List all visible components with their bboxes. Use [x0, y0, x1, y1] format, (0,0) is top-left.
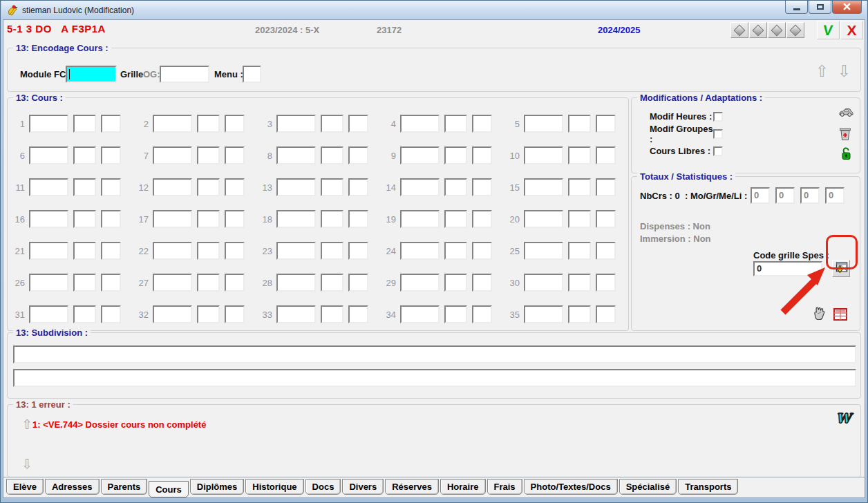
tab-horaire[interactable]: Horaire — [440, 479, 486, 495]
course-hours-input[interactable] — [568, 115, 591, 133]
course-code-input[interactable] — [29, 178, 68, 196]
nav-first-button[interactable] — [730, 22, 748, 38]
course-hours-input[interactable] — [444, 146, 467, 164]
nav-last-button[interactable] — [786, 22, 804, 38]
course-code-input[interactable] — [153, 115, 192, 133]
course-group-input[interactable] — [472, 242, 492, 260]
car-icon[interactable] — [838, 108, 853, 117]
w-icon[interactable]: W — [836, 410, 851, 426]
nav-previous-button[interactable] — [749, 22, 767, 38]
course-code-input[interactable] — [400, 274, 440, 292]
arrow-down-icon[interactable]: ⇩ — [838, 64, 851, 79]
stat-box-input[interactable]: 0 — [825, 187, 845, 204]
course-group-input[interactable] — [348, 242, 368, 260]
course-code-input[interactable] — [400, 210, 440, 228]
course-group-input[interactable] — [101, 178, 121, 196]
course-group-input[interactable] — [348, 178, 368, 196]
course-code-input[interactable] — [153, 274, 192, 292]
lock-icon[interactable] — [840, 146, 851, 160]
course-code-input[interactable] — [29, 242, 68, 260]
stat-box-input[interactable]: 0 — [775, 187, 795, 204]
tab-dipl-mes[interactable]: Diplômes — [190, 479, 245, 495]
course-hours-input[interactable] — [568, 305, 591, 323]
arrow-up-icon[interactable]: ⇧ — [815, 64, 829, 79]
course-code-input[interactable] — [276, 146, 316, 164]
course-group-input[interactable] — [101, 305, 121, 323]
course-hours-input[interactable] — [321, 115, 343, 133]
course-code-input[interactable] — [29, 146, 68, 164]
tab-sp-cialis-[interactable]: Spécialisé — [619, 479, 677, 495]
course-code-input[interactable] — [524, 242, 563, 260]
close-button[interactable] — [832, 1, 862, 14]
course-hours-input[interactable] — [568, 242, 591, 260]
course-group-input[interactable] — [225, 274, 245, 292]
course-code-input[interactable] — [400, 305, 440, 323]
course-group-input[interactable] — [348, 305, 368, 323]
tab-docs[interactable]: Docs — [305, 479, 341, 495]
tab-divers[interactable]: Divers — [342, 479, 384, 495]
course-group-input[interactable] — [596, 274, 616, 292]
course-group-input[interactable] — [101, 274, 121, 292]
trash-icon[interactable] — [839, 127, 851, 141]
course-group-input[interactable] — [101, 115, 121, 133]
module-fc-input[interactable] — [66, 66, 117, 83]
hand-icon[interactable] — [811, 305, 827, 321]
course-code-input[interactable] — [276, 242, 316, 260]
modif-checkbox[interactable] — [713, 129, 723, 139]
tab-el-ve[interactable]: Elève — [6, 479, 44, 495]
course-group-input[interactable] — [596, 146, 616, 164]
course-hours-input[interactable] — [568, 210, 591, 228]
course-hours-input[interactable] — [444, 305, 467, 323]
course-group-input[interactable] — [348, 146, 368, 164]
tab-cours[interactable]: Cours — [149, 481, 189, 497]
course-code-input[interactable] — [276, 274, 316, 292]
course-code-input[interactable] — [524, 305, 563, 323]
course-group-input[interactable] — [472, 115, 492, 133]
course-code-input[interactable] — [400, 178, 440, 196]
course-code-input[interactable] — [153, 242, 192, 260]
course-hours-input[interactable] — [444, 242, 467, 260]
subdivision-input-2[interactable] — [13, 369, 856, 387]
course-group-input[interactable] — [225, 242, 245, 260]
course-group-input[interactable] — [596, 305, 616, 323]
menu-input[interactable] — [243, 66, 261, 83]
course-code-input[interactable] — [153, 146, 192, 164]
course-group-input[interactable] — [596, 242, 616, 260]
course-code-input[interactable] — [29, 210, 68, 228]
course-code-input[interactable] — [400, 115, 440, 133]
grille-input[interactable] — [160, 66, 209, 83]
minimize-button[interactable] — [785, 1, 808, 14]
course-code-input[interactable] — [276, 178, 316, 196]
course-hours-input[interactable] — [568, 146, 591, 164]
course-hours-input[interactable] — [444, 115, 467, 133]
course-hours-input[interactable] — [73, 242, 96, 260]
stat-box-input[interactable]: 0 — [751, 187, 770, 204]
course-code-input[interactable] — [29, 115, 68, 133]
course-hours-input[interactable] — [197, 210, 220, 228]
course-code-input[interactable] — [524, 178, 563, 196]
course-group-input[interactable] — [596, 115, 616, 133]
course-code-input[interactable] — [524, 115, 563, 133]
course-hours-input[interactable] — [73, 305, 96, 323]
course-hours-input[interactable] — [321, 210, 343, 228]
course-hours-input[interactable] — [73, 115, 96, 133]
course-hours-input[interactable] — [73, 146, 96, 164]
modif-checkbox[interactable] — [713, 146, 723, 156]
cancel-button[interactable]: X — [840, 21, 863, 39]
course-group-input[interactable] — [472, 210, 492, 228]
course-code-input[interactable] — [276, 115, 316, 133]
course-group-input[interactable] — [348, 274, 368, 292]
course-hours-input[interactable] — [568, 178, 591, 196]
course-code-input[interactable] — [29, 305, 68, 323]
maximize-button[interactable] — [809, 1, 831, 14]
red-grid-icon[interactable] — [833, 308, 847, 321]
course-group-input[interactable] — [225, 305, 245, 323]
tab-historique[interactable]: Historique — [245, 479, 303, 495]
validate-button[interactable]: V — [817, 21, 840, 39]
course-hours-input[interactable] — [197, 146, 220, 164]
course-group-input[interactable] — [348, 115, 368, 133]
course-group-input[interactable] — [225, 210, 245, 228]
subdivision-input-1[interactable] — [13, 345, 856, 363]
course-hours-input[interactable] — [197, 274, 220, 292]
course-group-input[interactable] — [596, 178, 616, 196]
